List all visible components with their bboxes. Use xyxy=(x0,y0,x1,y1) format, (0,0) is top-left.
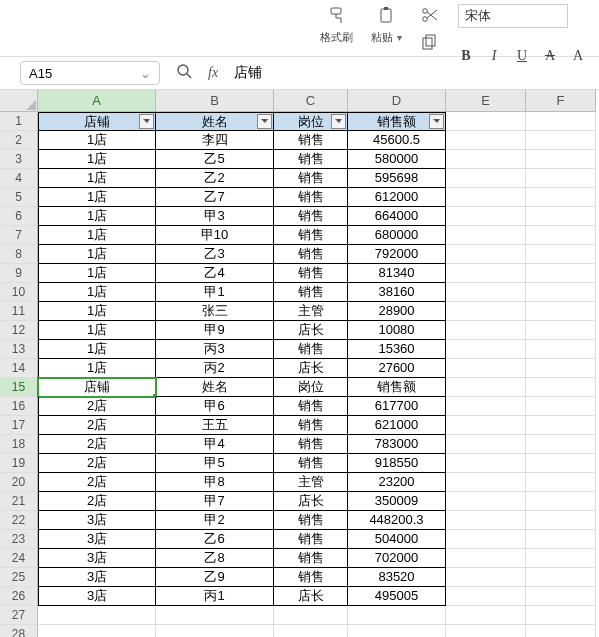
cell[interactable] xyxy=(526,188,596,207)
cell[interactable]: 621000 xyxy=(348,416,446,435)
cell[interactable]: 甲4 xyxy=(156,435,274,454)
cell[interactable]: 甲3 xyxy=(156,207,274,226)
cell[interactable]: 乙3 xyxy=(156,245,274,264)
cell[interactable]: 主管 xyxy=(274,473,348,492)
cell[interactable] xyxy=(274,606,348,625)
column-header-A[interactable]: A xyxy=(38,90,156,112)
cell[interactable] xyxy=(526,245,596,264)
cell[interactable]: 3店 xyxy=(38,530,156,549)
cell[interactable]: 销售 xyxy=(274,264,348,283)
cell[interactable] xyxy=(446,587,526,606)
cell[interactable] xyxy=(446,435,526,454)
cell[interactable]: 乙2 xyxy=(156,169,274,188)
cell[interactable]: 10080 xyxy=(348,321,446,340)
row-header[interactable]: 15 xyxy=(0,378,38,397)
cell[interactable] xyxy=(446,606,526,625)
row-header[interactable]: 8 xyxy=(0,245,38,264)
cell[interactable]: 销售 xyxy=(274,207,348,226)
bold-button[interactable]: B xyxy=(458,48,474,64)
cell[interactable]: 495005 xyxy=(348,587,446,606)
cell[interactable]: 甲7 xyxy=(156,492,274,511)
cell[interactable] xyxy=(446,302,526,321)
cell[interactable]: 乙5 xyxy=(156,150,274,169)
cell[interactable]: 销售 xyxy=(274,226,348,245)
cell[interactable]: 岗位 xyxy=(274,378,348,397)
cell[interactable]: 乙9 xyxy=(156,568,274,587)
cell[interactable]: 丙2 xyxy=(156,359,274,378)
row-header[interactable]: 6 xyxy=(0,207,38,226)
cell[interactable] xyxy=(526,340,596,359)
cell[interactable]: 27600 xyxy=(348,359,446,378)
row-header[interactable]: 22 xyxy=(0,511,38,530)
row-header[interactable]: 27 xyxy=(0,606,38,625)
cell[interactable]: 甲8 xyxy=(156,473,274,492)
column-header-E[interactable]: E xyxy=(446,90,526,112)
cell[interactable] xyxy=(446,530,526,549)
cell[interactable]: 甲2 xyxy=(156,511,274,530)
cell[interactable]: 丙1 xyxy=(156,587,274,606)
cell[interactable]: 销售 xyxy=(274,454,348,473)
cell[interactable]: 乙6 xyxy=(156,530,274,549)
cell[interactable]: 销售 xyxy=(274,150,348,169)
cell[interactable]: 店铺 xyxy=(38,378,156,397)
cell[interactable]: 1店 xyxy=(38,207,156,226)
cell[interactable] xyxy=(446,112,526,131)
cell[interactable]: 702000 xyxy=(348,549,446,568)
cell[interactable]: 595698 xyxy=(348,169,446,188)
row-header[interactable]: 25 xyxy=(0,568,38,587)
row-header[interactable]: 18 xyxy=(0,435,38,454)
cell[interactable] xyxy=(526,378,596,397)
cell[interactable]: 销售 xyxy=(274,340,348,359)
row-header[interactable]: 28 xyxy=(0,625,38,637)
cell[interactable]: 1店 xyxy=(38,359,156,378)
cell[interactable] xyxy=(526,454,596,473)
cell[interactable] xyxy=(526,435,596,454)
cell[interactable]: 3店 xyxy=(38,568,156,587)
cell[interactable]: 销售 xyxy=(274,568,348,587)
cell[interactable]: 15360 xyxy=(348,340,446,359)
cell[interactable]: 销售 xyxy=(274,416,348,435)
cell[interactable] xyxy=(526,207,596,226)
cell[interactable] xyxy=(446,625,526,637)
cell[interactable] xyxy=(526,169,596,188)
cell[interactable] xyxy=(446,131,526,150)
cell[interactable] xyxy=(446,549,526,568)
cell[interactable]: 甲5 xyxy=(156,454,274,473)
column-header-B[interactable]: B xyxy=(156,90,274,112)
cell[interactable]: 销售 xyxy=(274,131,348,150)
cell[interactable]: 甲9 xyxy=(156,321,274,340)
cell[interactable] xyxy=(38,625,156,637)
chevron-down-icon[interactable]: ▾ xyxy=(397,32,402,43)
cell[interactable]: 丙3 xyxy=(156,340,274,359)
filter-dropdown-icon[interactable] xyxy=(139,114,154,129)
cell[interactable]: 销售 xyxy=(274,283,348,302)
filter-dropdown-icon[interactable] xyxy=(331,114,346,129)
column-header-D[interactable]: D xyxy=(348,90,446,112)
cell[interactable] xyxy=(274,625,348,637)
cell[interactable]: 83520 xyxy=(348,568,446,587)
cell[interactable]: 28900 xyxy=(348,302,446,321)
cell[interactable]: 1店 xyxy=(38,150,156,169)
cell[interactable] xyxy=(446,340,526,359)
font-name-input[interactable] xyxy=(458,4,568,28)
row-header[interactable]: 10 xyxy=(0,283,38,302)
cell[interactable] xyxy=(446,492,526,511)
cell[interactable]: 350009 xyxy=(348,492,446,511)
cell[interactable]: 乙4 xyxy=(156,264,274,283)
cell[interactable] xyxy=(526,549,596,568)
fx-label[interactable]: fx xyxy=(208,65,218,81)
cell[interactable]: 2店 xyxy=(38,473,156,492)
cell[interactable]: 1店 xyxy=(38,169,156,188)
cell[interactable]: 1店 xyxy=(38,131,156,150)
row-header[interactable]: 20 xyxy=(0,473,38,492)
cell[interactable]: 2店 xyxy=(38,492,156,511)
cell[interactable] xyxy=(446,226,526,245)
cell[interactable] xyxy=(446,321,526,340)
cell[interactable]: 2店 xyxy=(38,416,156,435)
cell[interactable]: 甲1 xyxy=(156,283,274,302)
cell[interactable] xyxy=(526,131,596,150)
cell[interactable] xyxy=(38,606,156,625)
cell[interactable] xyxy=(446,568,526,587)
row-header[interactable]: 5 xyxy=(0,188,38,207)
cell[interactable]: 2店 xyxy=(38,454,156,473)
